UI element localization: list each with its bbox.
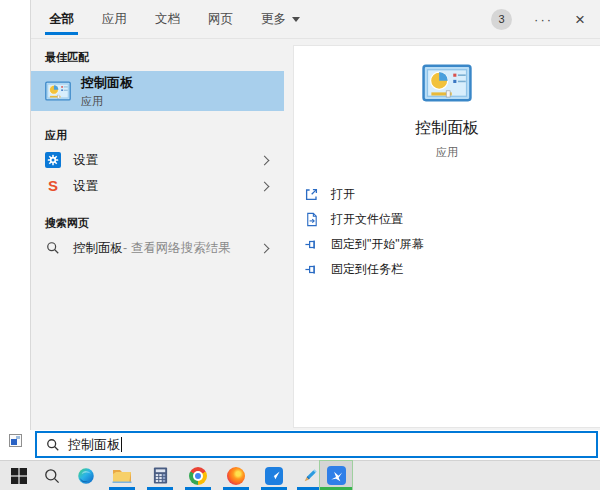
section-search-web: 搜索网页 — [31, 211, 284, 235]
chevron-right-icon[interactable] — [260, 155, 270, 165]
taskbar-calculator[interactable] — [144, 461, 176, 490]
section-best-match: 最佳匹配 — [31, 45, 284, 69]
control-panel-icon — [422, 64, 472, 102]
action-label: 打开 — [331, 186, 355, 203]
arrow-app-icon — [265, 467, 283, 485]
result-item-settings-1[interactable]: 设置 — [31, 147, 284, 173]
search-input-value: 控制面板 — [68, 436, 120, 454]
desktop-window-icon[interactable] — [9, 434, 22, 447]
text-cursor — [121, 437, 122, 452]
app-summary: 控制面板 应用 — [294, 46, 600, 160]
close-icon[interactable]: × — [575, 11, 585, 28]
action-label: 固定到任务栏 — [331, 261, 403, 278]
app-subtitle: 应用 — [436, 145, 458, 160]
chevron-right-icon[interactable] — [260, 243, 270, 253]
taskbar-edge[interactable] — [70, 461, 102, 490]
search-filter-bar: 全部 应用 文档 网页 更多 3 ··· × — [31, 0, 600, 39]
chevron-down-icon — [292, 17, 300, 26]
taskbar-firefox[interactable] — [220, 461, 252, 490]
settings-s-icon: S — [45, 178, 61, 194]
best-match-title: 控制面板 — [81, 74, 133, 92]
taskbar — [0, 460, 600, 490]
chevron-right-icon[interactable] — [260, 181, 270, 191]
search-input[interactable]: 控制面板 — [35, 431, 598, 458]
web-search-hint: - 查看网络搜索结果 — [123, 240, 231, 257]
results-panel: 最佳匹配 控制面板 应用 应用 — [31, 39, 284, 430]
notification-badge[interactable]: 3 — [491, 9, 512, 30]
pin-icon — [304, 237, 319, 252]
taskbar-arrow-app[interactable] — [258, 461, 290, 490]
action-pin-to-taskbar[interactable]: 固定到任务栏 — [304, 261, 600, 277]
windows-logo-icon — [11, 468, 27, 484]
taskbar-chrome[interactable] — [182, 461, 214, 490]
tab-more-label: 更多 — [261, 11, 286, 28]
firefox-icon — [227, 467, 245, 485]
calculator-icon — [152, 467, 169, 484]
pin-icon — [304, 262, 319, 277]
search-icon — [44, 468, 60, 484]
file-explorer-icon — [112, 468, 132, 484]
action-pin-to-start[interactable]: 固定到"开始"屏幕 — [304, 236, 600, 252]
search-icon — [46, 438, 60, 452]
search-flyout: 全部 应用 文档 网页 更多 3 ··· × 最佳匹配 — [30, 0, 600, 430]
action-list: 打开 打开文件位置 固定到"开始"屏幕 — [294, 186, 600, 277]
action-label: 固定到"开始"屏幕 — [331, 236, 424, 253]
best-match-text: 控制面板 应用 — [81, 74, 133, 109]
file-location-icon — [304, 212, 319, 227]
bird-app-icon — [327, 466, 346, 485]
tab-all[interactable]: 全部 — [49, 0, 74, 38]
tab-web[interactable]: 网页 — [208, 0, 233, 38]
result-label: 设置 — [73, 178, 98, 195]
app-title: 控制面板 — [415, 118, 479, 139]
edge-icon — [77, 467, 95, 485]
open-icon — [304, 187, 319, 202]
action-open[interactable]: 打开 — [304, 186, 600, 202]
tab-documents[interactable]: 文档 — [155, 0, 180, 38]
start-button[interactable] — [3, 461, 35, 490]
search-bar-row: 控制面板 — [0, 430, 600, 460]
pen-app-icon — [301, 467, 319, 485]
taskbar-file-explorer[interactable] — [106, 461, 138, 490]
taskbar-bird-app[interactable] — [320, 461, 352, 490]
result-item-settings-2[interactable]: S 设置 — [31, 173, 284, 199]
best-match-item[interactable]: 控制面板 应用 — [31, 71, 284, 111]
tab-more[interactable]: 更多 — [261, 0, 300, 38]
result-item-web-search[interactable]: 控制面板 - 查看网络搜索结果 — [31, 235, 284, 261]
more-options-icon[interactable]: ··· — [534, 13, 553, 26]
section-apps: 应用 — [31, 123, 284, 147]
preview-pane: 控制面板 应用 打开 打开文件位置 — [293, 45, 600, 428]
settings-gear-icon — [45, 152, 61, 168]
windows-search-screen: 全部 应用 文档 网页 更多 3 ··· × 最佳匹配 — [0, 0, 600, 490]
best-match-subtitle: 应用 — [81, 94, 133, 109]
header-actions: 3 ··· × — [491, 9, 585, 30]
tab-apps[interactable]: 应用 — [102, 0, 127, 38]
taskbar-search-button[interactable] — [36, 461, 68, 490]
chrome-icon — [189, 467, 207, 485]
web-search-query: 控制面板 — [73, 240, 123, 257]
action-label: 打开文件位置 — [331, 211, 403, 228]
search-icon — [45, 241, 61, 255]
action-open-file-location[interactable]: 打开文件位置 — [304, 211, 600, 227]
result-label: 设置 — [73, 152, 98, 169]
filter-tabs: 全部 应用 文档 网页 更多 — [49, 0, 300, 38]
control-panel-icon — [45, 81, 71, 101]
